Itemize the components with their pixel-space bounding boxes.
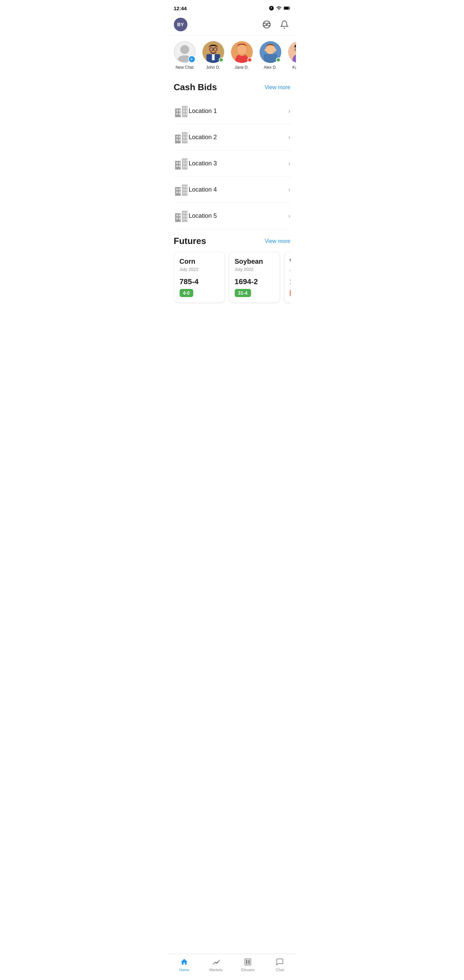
location-item-3[interactable]: Location 3 › bbox=[174, 150, 291, 177]
location-item-1[interactable]: Location 1 › bbox=[174, 98, 291, 124]
location-chevron-2: › bbox=[288, 134, 291, 141]
svg-rect-27 bbox=[179, 113, 180, 115]
svg-rect-44 bbox=[183, 140, 185, 142]
contact-alex[interactable]: Alex D. bbox=[258, 41, 283, 70]
location-name-1: Location 1 bbox=[189, 108, 288, 115]
contact-name-kate: Kate P. bbox=[292, 65, 296, 70]
svg-point-15 bbox=[266, 45, 275, 54]
svg-rect-67 bbox=[185, 189, 187, 191]
svg-rect-26 bbox=[176, 113, 178, 115]
contact-kate[interactable]: Kate P. bbox=[287, 41, 296, 70]
svg-rect-54 bbox=[183, 163, 185, 165]
jane-status-dot bbox=[247, 57, 252, 62]
svg-rect-49 bbox=[179, 162, 180, 164]
svg-rect-51 bbox=[179, 165, 180, 167]
futures-view-more[interactable]: View more bbox=[265, 238, 290, 244]
svg-rect-76 bbox=[183, 212, 185, 214]
svg-rect-14 bbox=[264, 54, 277, 63]
svg-rect-1 bbox=[289, 8, 290, 8]
jane-avatar-wrap bbox=[231, 41, 253, 63]
svg-rect-66 bbox=[183, 189, 185, 191]
location-chevron-3: › bbox=[288, 160, 291, 167]
page-bottom-spacer bbox=[174, 311, 291, 338]
futures-header: Futures View more bbox=[174, 229, 291, 252]
svg-rect-72 bbox=[176, 215, 178, 216]
soybean-change-badge: 31-4 bbox=[235, 289, 251, 297]
svg-rect-75 bbox=[179, 218, 180, 220]
contact-name-new-chat: New Chat bbox=[176, 65, 194, 70]
svg-point-16 bbox=[265, 49, 267, 51]
battery-icon bbox=[284, 6, 291, 10]
new-chat-plus-icon: + bbox=[188, 56, 195, 63]
location-item-2[interactable]: Location 2 › bbox=[174, 124, 291, 150]
contact-jane[interactable]: Jane D. bbox=[230, 41, 254, 70]
svg-rect-78 bbox=[183, 215, 185, 217]
main-content: Cash Bids View more Location 1 › bbox=[168, 75, 296, 338]
futures-cards: Corn July 2022 785-4 4-0 Soybean July 20… bbox=[174, 252, 291, 305]
svg-rect-30 bbox=[183, 110, 185, 112]
svg-rect-39 bbox=[179, 139, 180, 141]
kate-avatar-icon bbox=[288, 41, 296, 63]
futures-card-corn[interactable]: Corn July 2022 785-4 4-0 bbox=[174, 252, 225, 303]
connect-button[interactable] bbox=[261, 18, 273, 30]
svg-rect-53 bbox=[185, 159, 187, 162]
soybean-month: July 2022 bbox=[235, 267, 274, 272]
soybean-price: 1694-2 bbox=[235, 277, 274, 286]
wheat-month: July 2022 bbox=[290, 267, 291, 272]
svg-rect-36 bbox=[176, 136, 178, 138]
svg-rect-80 bbox=[183, 218, 185, 220]
building-icon-2 bbox=[174, 130, 189, 145]
svg-rect-56 bbox=[183, 166, 185, 168]
header-icons bbox=[261, 18, 291, 30]
svg-rect-62 bbox=[176, 192, 178, 194]
user-avatar[interactable]: BY bbox=[174, 18, 188, 31]
wheat-change-badge: -30-6 bbox=[290, 289, 291, 297]
location-chevron-4: › bbox=[288, 186, 291, 193]
svg-rect-45 bbox=[185, 140, 187, 142]
wheat-price: 1200- bbox=[290, 277, 291, 286]
status-bar: 12:44 bbox=[168, 0, 296, 15]
cash-bids-view-more[interactable]: View more bbox=[265, 84, 290, 91]
contact-john[interactable]: John D. bbox=[201, 41, 226, 70]
corn-price: 785-4 bbox=[180, 277, 219, 286]
svg-rect-41 bbox=[185, 134, 187, 135]
location-name-5: Location 5 bbox=[189, 212, 288, 220]
connect-icon bbox=[262, 20, 272, 29]
cash-bids-header: Cash Bids View more bbox=[174, 75, 291, 98]
alex-avatar-wrap bbox=[259, 41, 281, 63]
svg-rect-40 bbox=[183, 134, 185, 135]
bell-icon bbox=[280, 20, 289, 29]
location-list: Location 1 › Location 2 › bbox=[174, 98, 291, 229]
location-name-3: Location 3 bbox=[189, 160, 288, 167]
futures-card-wheat[interactable]: Wheat July 2022 1200- -30-6 bbox=[284, 252, 291, 303]
svg-rect-60 bbox=[176, 188, 178, 190]
svg-rect-81 bbox=[185, 218, 187, 220]
status-icons bbox=[269, 5, 291, 11]
svg-rect-24 bbox=[176, 110, 178, 111]
notifications-button[interactable] bbox=[278, 18, 291, 30]
building-icon-1 bbox=[174, 103, 189, 118]
svg-rect-63 bbox=[179, 192, 180, 194]
wheat-commodity: Wheat bbox=[290, 258, 291, 266]
svg-rect-48 bbox=[176, 162, 178, 164]
status-time: 12:44 bbox=[174, 5, 187, 11]
svg-rect-37 bbox=[179, 136, 180, 138]
futures-section: Futures View more Corn July 2022 785-4 4… bbox=[174, 229, 291, 311]
svg-rect-68 bbox=[183, 192, 185, 194]
contact-name-john: John D. bbox=[206, 65, 220, 70]
svg-point-3 bbox=[180, 45, 189, 54]
location-item-5[interactable]: Location 5 › bbox=[174, 203, 291, 229]
svg-rect-32 bbox=[183, 113, 185, 115]
soybean-commodity: Soybean bbox=[235, 258, 274, 266]
contact-new-chat[interactable]: + New Chat bbox=[172, 41, 197, 70]
contacts-row: + New Chat bbox=[168, 36, 296, 75]
new-chat-avatar-wrap: + bbox=[174, 41, 195, 63]
svg-rect-42 bbox=[183, 137, 185, 138]
svg-rect-50 bbox=[176, 165, 178, 167]
svg-rect-65 bbox=[185, 186, 187, 188]
svg-rect-28 bbox=[183, 107, 185, 109]
futures-card-soybean[interactable]: Soybean July 2022 1694-2 31-4 bbox=[229, 252, 280, 303]
location-name-4: Location 4 bbox=[189, 186, 288, 193]
location-item-4[interactable]: Location 4 › bbox=[174, 177, 291, 203]
contact-name-jane: Jane D. bbox=[235, 65, 249, 70]
